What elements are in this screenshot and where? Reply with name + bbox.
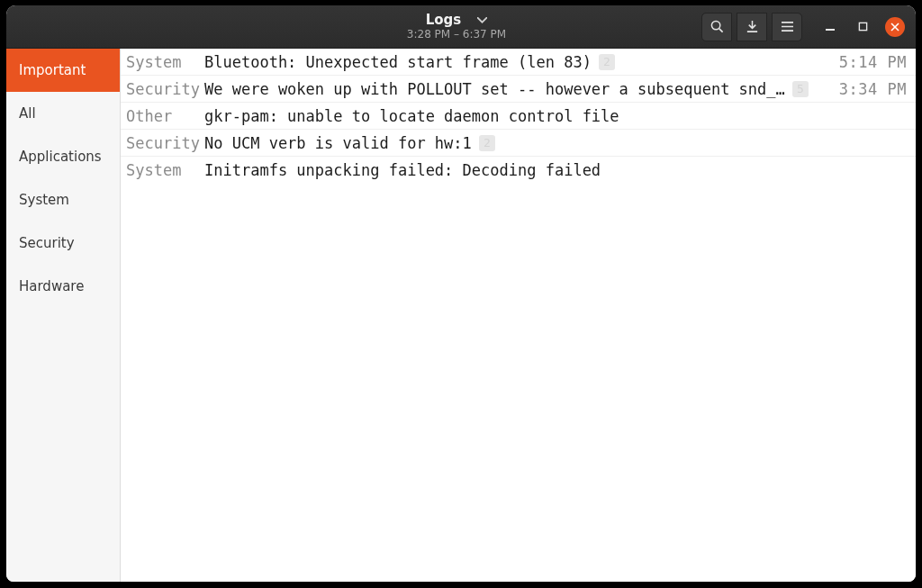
hamburger-icon bbox=[781, 21, 794, 32]
log-category: Security bbox=[126, 80, 204, 98]
time-range-subtitle: 3:28 PM – 6:37 PM bbox=[407, 29, 506, 41]
log-row[interactable]: Security No UCM verb is valid for hw:1 2 bbox=[121, 130, 916, 157]
log-message-cell: Initramfs unpacking failed: Decoding fai… bbox=[204, 161, 907, 179]
log-message: We were woken up with POLLOUT set -- how… bbox=[204, 80, 785, 98]
close-button[interactable] bbox=[885, 17, 905, 37]
minimize-button[interactable] bbox=[820, 17, 840, 37]
log-message: Initramfs unpacking failed: Decoding fai… bbox=[204, 161, 601, 179]
maximize-icon bbox=[858, 18, 868, 35]
logs-window: Logs 3:28 PM – 6:37 PM bbox=[6, 5, 916, 582]
sidebar-item-label: Applications bbox=[19, 149, 102, 165]
log-row[interactable]: Other gkr-pam: unable to locate daemon c… bbox=[121, 103, 916, 130]
svg-line-1 bbox=[719, 29, 722, 32]
log-category: Other bbox=[126, 107, 204, 125]
sidebar-item-label: Security bbox=[19, 235, 75, 251]
export-icon bbox=[746, 20, 759, 33]
sidebar-item-system[interactable]: System bbox=[6, 178, 120, 222]
log-message-cell: gkr-pam: unable to locate daemon control… bbox=[204, 107, 907, 125]
title-row: Logs bbox=[426, 13, 488, 28]
sidebar-item-applications[interactable]: Applications bbox=[6, 135, 120, 178]
hamburger-menu-button[interactable] bbox=[772, 13, 802, 41]
titlebar-center[interactable]: Logs 3:28 PM – 6:37 PM bbox=[212, 13, 701, 41]
sidebar-item-important[interactable]: Important bbox=[6, 49, 120, 92]
log-category: System bbox=[126, 53, 204, 71]
count-badge: 5 bbox=[792, 81, 809, 97]
sidebar-item-label: System bbox=[19, 192, 69, 208]
search-button[interactable] bbox=[701, 13, 732, 41]
sidebar-item-label: All bbox=[19, 105, 36, 122]
log-time: 5:14 PM bbox=[827, 53, 907, 71]
log-message: Bluetooth: Unexpected start frame (len 8… bbox=[204, 53, 592, 71]
sidebar-item-security[interactable]: Security bbox=[6, 222, 120, 265]
maximize-button[interactable] bbox=[853, 17, 872, 37]
window-body: Important All Applications System Securi… bbox=[6, 49, 916, 582]
search-icon bbox=[710, 20, 724, 33]
minimize-icon bbox=[825, 18, 836, 35]
log-message: No UCM verb is valid for hw:1 bbox=[204, 134, 472, 152]
svg-rect-7 bbox=[859, 23, 866, 30]
log-category: Security bbox=[126, 134, 204, 152]
log-message: gkr-pam: unable to locate daemon control… bbox=[204, 107, 619, 125]
sidebar: Important All Applications System Securi… bbox=[6, 49, 121, 582]
chevron-down-icon[interactable] bbox=[477, 17, 487, 23]
header-right-controls bbox=[701, 13, 908, 41]
titlebar: Logs 3:28 PM – 6:37 PM bbox=[6, 5, 916, 49]
window-title: Logs bbox=[426, 13, 462, 28]
log-row[interactable]: Security We were woken up with POLLOUT s… bbox=[121, 76, 916, 103]
close-icon bbox=[890, 18, 899, 35]
log-category: System bbox=[126, 161, 204, 179]
log-message-cell: No UCM verb is valid for hw:1 2 bbox=[204, 134, 907, 152]
sidebar-item-hardware[interactable]: Hardware bbox=[6, 265, 120, 308]
log-message-cell: Bluetooth: Unexpected start frame (len 8… bbox=[204, 53, 827, 71]
count-badge: 2 bbox=[479, 135, 495, 151]
sidebar-item-label: Hardware bbox=[19, 278, 84, 294]
sidebar-item-all[interactable]: All bbox=[6, 92, 120, 135]
count-badge: 2 bbox=[599, 54, 615, 70]
log-row[interactable]: System Initramfs unpacking failed: Decod… bbox=[121, 157, 916, 184]
sidebar-item-label: Important bbox=[19, 62, 86, 78]
log-row[interactable]: System Bluetooth: Unexpected start frame… bbox=[121, 49, 916, 76]
log-time: 3:34 PM bbox=[827, 80, 907, 98]
window-controls bbox=[820, 17, 905, 37]
svg-point-0 bbox=[711, 21, 719, 29]
log-message-cell: We were woken up with POLLOUT set -- how… bbox=[204, 80, 827, 98]
log-list: System Bluetooth: Unexpected start frame… bbox=[121, 49, 916, 582]
export-button[interactable] bbox=[737, 13, 767, 41]
